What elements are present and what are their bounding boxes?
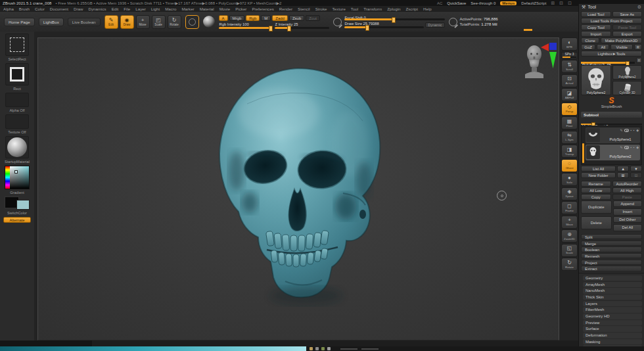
move-mode-button[interactable]: + Move [136,15,150,29]
list-all-button[interactable]: List All [581,166,616,172]
subtool-pen-icon[interactable]: ✎ [620,129,622,132]
focal-shift-slider[interactable]: Focal Shift 0 [344,16,445,20]
menu-picker[interactable]: Picker [235,7,246,11]
menu-marker[interactable]: Marker [181,7,194,11]
taskbar-window-buttons[interactable] [334,346,644,351]
folder-exit-icon[interactable]: ⊟ [630,172,642,178]
boolean-group[interactable]: Boolean [581,246,642,252]
current-brush-preview[interactable] [185,15,199,29]
menu-dynamics[interactable]: Dynamics [88,7,106,11]
m-button[interactable]: M [261,15,271,21]
folder-move-icon[interactable]: ⊞ [617,172,629,178]
zoom3d-button[interactable]: ⊕Zoom3D [561,229,578,243]
remesh-group[interactable]: Remesh [581,253,642,259]
lightbox-tools-button[interactable]: Lightbox►Tools [581,51,642,57]
subtool-uv-icon[interactable]: ▪ [633,146,635,149]
copy-tool-button[interactable]: Copy Tool [581,24,611,30]
subtool-color-icon[interactable]: ◆ [636,146,639,149]
document-canvas[interactable] [37,37,559,340]
section-surface[interactable]: Surface [583,326,642,332]
zsub-button[interactable]: Zsub [289,15,304,21]
quick-pick-polysphere2[interactable]: PolySphere2 [612,65,642,80]
rgb-button[interactable]: Rgb [246,15,260,21]
menu-color[interactable]: Color [35,7,45,11]
edit-mode-button[interactable]: ✎ Edit [104,15,118,29]
mrgb-button[interactable]: Mrgb [229,15,245,21]
switch-color-widget[interactable] [5,197,30,210]
load-tools-from-project-button[interactable]: Load Tools From Project [581,18,642,24]
subtool-pen-icon[interactable]: ✎ [620,146,622,149]
floor-button[interactable]: ▦Floor [561,116,578,129]
menu-preferences[interactable]: Preferences [252,7,273,11]
mouse-actions-icon[interactable]: ⊟ [559,1,563,6]
project-group[interactable]: Project [581,260,642,266]
subtool-row-polysphere2[interactable]: ✎ ▪ ▪ ◆ PolySphere2 [586,145,640,160]
new-folder-button[interactable]: New Folder [581,172,616,178]
rgb-intensity-slider[interactable]: Rgb Intensity 100 [219,22,273,29]
section-geometry[interactable]: Geometry [583,275,642,281]
menu-transform[interactable]: Transform [363,7,382,11]
append-button[interactable]: Append [613,200,643,208]
move-canvas-button[interactable]: +Move [561,216,578,229]
menu-file[interactable]: File [124,7,130,11]
scale-canvas-button[interactable]: ◱Scale [561,244,578,257]
menu-render[interactable]: Render [279,7,292,11]
actual-button[interactable]: ⊡Actual [561,74,578,87]
section-thick-skin[interactable]: Thick Skin [583,294,642,300]
save-as-button[interactable]: Save As [612,11,643,17]
bpr-render-button[interactable]: ◐ BPR [561,37,578,51]
section-layers[interactable]: Layers [583,301,642,307]
local-sym-button[interactable]: ⇋L.Sym [561,131,578,144]
color-picker[interactable] [5,166,30,189]
import-button[interactable]: Import [581,31,611,37]
copy-subtool-button[interactable]: Copy [581,194,611,200]
goz-button[interactable]: GoZ [581,44,595,50]
taskbar-app-icon[interactable] [315,347,319,350]
delete-button[interactable]: Delete [581,216,612,229]
make-polymesh3d-button[interactable]: Make PolyMesh3D [601,37,642,43]
split-group[interactable]: Split [581,234,642,240]
insert-button[interactable]: Insert [613,208,643,216]
skull-model[interactable] [208,64,398,317]
shelf-divider-handle[interactable] [524,29,532,31]
rotate-canvas-button[interactable]: ↻Rotate [561,258,578,271]
del-all-button[interactable]: Del All [613,224,643,231]
goz-r-button[interactable]: R [634,44,642,50]
menu-light[interactable]: Light [151,7,160,11]
solo-button[interactable]: ●Solo [561,173,578,186]
taskbar-app-icon[interactable] [327,347,331,350]
duplicate-button[interactable]: Duplicate [581,200,612,214]
menu-stencil[interactable]: Stencil [298,7,310,11]
spix-slider[interactable]: SPix 3 [561,52,578,59]
merge-group[interactable]: Merge [581,241,642,246]
section-masking[interactable]: Masking [583,339,642,345]
axis-gizmo[interactable] [541,42,558,70]
menu-edit[interactable]: Edit [112,7,119,11]
persp-button[interactable]: ◇Persp [561,103,578,116]
section-fibermesh[interactable]: FiberMesh [583,307,642,313]
section-deformation[interactable]: Deformation [583,333,642,339]
current-brush-slot[interactable]: S SimpleBrush [579,95,644,111]
taskbar-app-icon[interactable] [321,347,325,350]
alternate-button[interactable]: Alternate [3,217,31,223]
gear-icon[interactable]: ⚙ [637,5,641,10]
load-tool-button[interactable]: Load Tool [581,11,611,17]
lightbox-button[interactable]: LightBox [39,18,64,26]
xpose-button[interactable]: ◈Xpose [561,187,578,200]
subtool-up-button[interactable]: ▲ [617,166,629,172]
menu-stroke[interactable]: Stroke [315,7,327,11]
primary-color-swatch[interactable] [16,200,30,210]
alpha-thumbnail[interactable] [5,93,29,107]
draw-mode-button[interactable]: ◉ Draw [120,15,134,29]
home-page-button[interactable]: Home Page [4,18,35,26]
zadd-button[interactable]: Zadd [272,15,288,21]
menu-help[interactable]: Help [423,7,432,11]
tool-r-button[interactable]: R [636,57,642,63]
subtool-poly-icon[interactable]: ▪ [631,146,632,149]
section-nanomesh[interactable]: NanoMesh [583,288,642,294]
visibility-eye-icon[interactable] [624,129,629,132]
stroke-thumbnail[interactable] [5,63,29,85]
subtool-uv-icon[interactable]: ▪ [633,129,635,132]
menu-movie[interactable]: Movie [219,7,231,11]
dynamic-button[interactable]: Dynamic [425,22,444,28]
